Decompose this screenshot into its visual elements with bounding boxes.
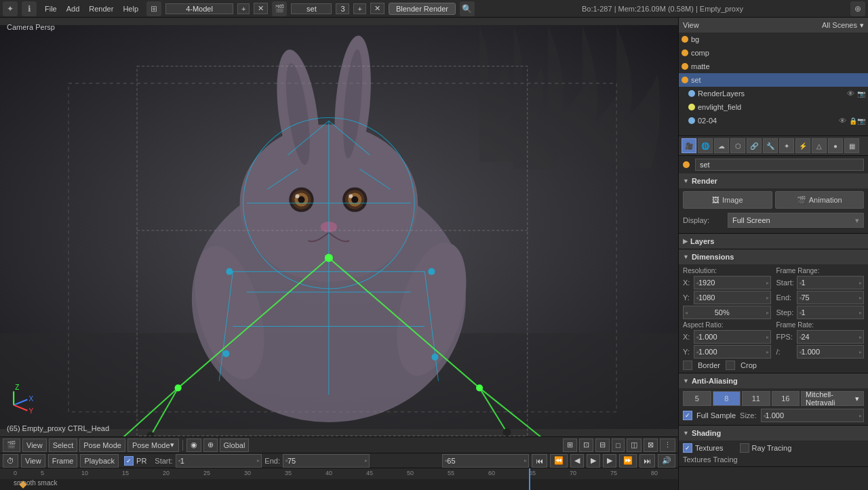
pr-checkbox[interactable]: ✓ — [124, 456, 134, 466]
search-icon[interactable]: 🔍 — [460, 1, 475, 16]
jump-end-btn[interactable]: ⏭ — [639, 454, 655, 468]
camera-icon[interactable]: 📷 — [857, 90, 865, 98]
timeline-view-btn[interactable]: View — [21, 454, 45, 468]
outliner-item-renderlayers[interactable]: RenderLayers 👁 📷 — [679, 87, 868, 100]
timeline-icon[interactable]: ⏱ — [3, 454, 18, 468]
fps-field[interactable]: 24 — [797, 330, 865, 344]
outliner-item-bg[interactable]: bg — [679, 33, 868, 46]
object-data-icon[interactable]: △ — [812, 138, 827, 153]
outliner-item-matte[interactable]: matte — [679, 60, 868, 73]
outliner-scenes-label[interactable]: All Scenes — [822, 21, 857, 29]
render-engine[interactable]: Blender Render — [389, 3, 456, 15]
mode-select[interactable]: Pose Mode ▾ — [127, 438, 179, 452]
help-menu[interactable]: Help — [119, 3, 142, 14]
add-scene-btn[interactable]: + — [237, 3, 250, 14]
ray-tracing-checkbox[interactable] — [740, 443, 749, 453]
texture-props-icon[interactable]: ▦ — [844, 138, 859, 153]
scene-props-icon[interactable]: 🌐 — [698, 138, 713, 153]
aa-method-dropdown[interactable]: Mitchell-Netravali ▾ — [801, 391, 864, 406]
render-vis-icon[interactable]: 📷 — [857, 117, 865, 125]
render-menu[interactable]: Render — [85, 3, 117, 14]
view-menu-btn[interactable]: View — [22, 438, 47, 452]
viewport-btn-5[interactable]: ◫ — [627, 438, 642, 452]
aa-btn-8[interactable]: 8 — [713, 391, 741, 406]
aspect-y-field[interactable]: 1.000 — [694, 345, 771, 359]
outliner-item-02-04[interactable]: 02-04 👁 🔒 📷 — [679, 114, 868, 127]
fps-div-field[interactable]: 1.000 — [797, 345, 865, 359]
snap-btn[interactable]: ⊕ — [203, 438, 218, 452]
next-frame-btn[interactable]: ▶ — [603, 454, 616, 468]
modifier-props-icon[interactable]: 🔧 — [763, 138, 778, 153]
res-y-field[interactable]: 1080 — [694, 291, 771, 304]
start-frame-field[interactable]: 1 — [176, 454, 262, 468]
eye-icon[interactable]: 👁 — [847, 89, 854, 98]
aa-btn-16[interactable]: 16 — [772, 391, 800, 406]
lock-icon[interactable]: 🔒 — [849, 117, 857, 125]
outliner-item-envlight[interactable]: envlight_field — [679, 100, 868, 114]
set-name[interactable]: set — [291, 3, 332, 14]
timeline-playback-btn[interactable]: Playback — [80, 454, 119, 468]
viewport-btn-7[interactable]: ⋮ — [660, 438, 675, 452]
close-scene-btn[interactable]: ✕ — [254, 3, 268, 14]
scene-name-field[interactable]: set — [695, 159, 864, 171]
object-props-icon[interactable]: ⬡ — [730, 138, 745, 153]
shading-section-header[interactable]: ▼ Shading — [679, 426, 868, 441]
scene-add-btn[interactable]: + — [353, 3, 366, 14]
viewport-btn-6[interactable]: ⊠ — [644, 438, 658, 452]
aa-btn-11[interactable]: 11 — [742, 391, 770, 406]
viewport-shade-btn[interactable]: ◉ — [186, 438, 201, 452]
step-field[interactable]: 1 — [797, 306, 865, 319]
scene-close-btn[interactable]: ✕ — [370, 3, 384, 14]
timeline-track[interactable]: smooth smack — [0, 479, 678, 490]
outliner-item-set[interactable]: set — [679, 73, 868, 87]
timeline-frame-btn[interactable]: Frame — [48, 454, 78, 468]
animation-render-btn[interactable]: 🎬 Animation — [775, 191, 865, 209]
global-select[interactable]: Global — [220, 438, 250, 452]
aa-btn-5[interactable]: 5 — [683, 391, 711, 406]
eye-icon[interactable]: 👁 — [839, 117, 846, 125]
size-field[interactable]: 1.000 — [761, 409, 864, 422]
viewport-btn-1[interactable]: ⊞ — [563, 438, 577, 452]
border-checkbox[interactable] — [683, 361, 692, 370]
blender-icon[interactable]: ✦ — [3, 1, 18, 16]
layout-icon[interactable]: ⊞ — [146, 1, 161, 16]
end-frame-field[interactable]: 75 — [283, 454, 370, 468]
render-props-icon[interactable]: 🎥 — [682, 138, 696, 153]
prev-frame-btn[interactable]: ◀ — [570, 454, 584, 468]
particles-props-icon[interactable]: ✦ — [779, 138, 794, 153]
world-props-icon[interactable]: ☁ — [714, 138, 729, 153]
physics-props-icon[interactable]: ⚡ — [795, 138, 810, 153]
outliner-item-comp[interactable]: comp — [679, 46, 868, 60]
render-section-header[interactable]: ▼ Render — [679, 173, 868, 188]
viewport-icon[interactable]: 🎬 — [3, 438, 20, 452]
end-frame-prop[interactable]: 75 — [797, 291, 865, 304]
image-render-btn[interactable]: 🖼 Image — [683, 191, 772, 209]
object-menu-btn[interactable]: Pose Mode — [79, 438, 125, 452]
layers-section-header[interactable]: ▶ Layers — [679, 234, 868, 249]
timeline-body[interactable]: 0 5 10 15 20 25 30 35 40 45 50 55 — [0, 468, 678, 490]
scene-name[interactable]: 4-Model — [165, 3, 233, 14]
add-menu[interactable]: Add — [62, 3, 84, 14]
constraint-props-icon[interactable]: 🔗 — [747, 138, 762, 153]
res-x-field[interactable]: 1920 — [694, 276, 771, 289]
full-sample-checkbox[interactable]: ✓ — [683, 411, 692, 420]
render-icon2[interactable]: 🎬 — [272, 1, 287, 16]
current-frame-field[interactable]: 65 — [442, 454, 529, 468]
prev-key-btn[interactable]: ⏪ — [550, 454, 568, 468]
next-key-btn[interactable]: ⏩ — [619, 454, 637, 468]
display-dropdown[interactable]: Full Screen ▾ — [728, 213, 864, 228]
play-btn[interactable]: ▶ — [587, 454, 600, 468]
file-menu[interactable]: File — [41, 3, 61, 14]
viewport-btn-4[interactable]: □ — [612, 438, 625, 452]
res-percent-field[interactable]: 50% — [683, 306, 771, 319]
dimensions-section-header[interactable]: ▼ Dimensions — [679, 249, 868, 264]
viewport-btn-3[interactable]: ⊟ — [595, 438, 610, 452]
start-frame-prop[interactable]: 1 — [797, 276, 865, 289]
audio-btn[interactable]: 🔊 — [658, 454, 675, 468]
crop-checkbox[interactable] — [726, 361, 735, 370]
aa-section-header[interactable]: ▼ Anti-Aliasing — [679, 373, 868, 388]
textures-checkbox[interactable]: ✓ — [683, 443, 692, 453]
playhead[interactable] — [529, 468, 530, 490]
viewport-btn-2[interactable]: ⊡ — [579, 438, 593, 452]
info-icon[interactable]: ℹ — [22, 1, 37, 16]
